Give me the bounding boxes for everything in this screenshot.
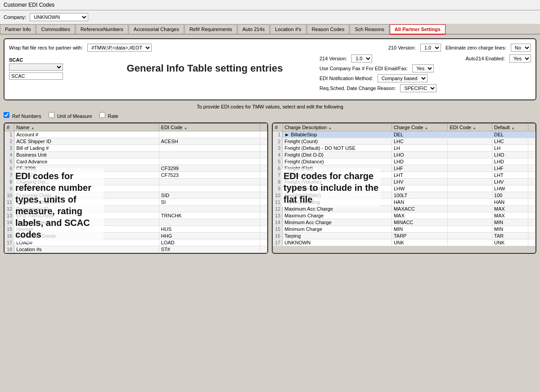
charge-code: MIN xyxy=(392,226,448,233)
settings-mid-row: SCAC General Info Table setting entries … xyxy=(9,54,531,95)
tab-accessorial-charges[interactable]: Accessorial Charges xyxy=(129,24,184,34)
row-num: 9 xyxy=(273,185,283,192)
edi-notification-select[interactable]: Company based xyxy=(378,74,428,82)
charge-description: Freight (Count) xyxy=(283,138,392,145)
charge-description: Minimum Acc Charge xyxy=(283,219,392,226)
table-row[interactable]: 1 ► BillableStop DEL DEL xyxy=(273,131,536,138)
default-cell: MIN xyxy=(492,226,528,233)
table-row[interactable]: 2 ACE Shipper ID ACESH xyxy=(5,138,267,145)
col-default: Default ▲ xyxy=(492,124,528,131)
tab-reference-numbers[interactable]: ReferenceNumbers xyxy=(76,24,128,34)
general-info-title: General Info Table setting entries xyxy=(99,58,310,74)
table-row[interactable]: 14 Minimum Acc Charge MINACC MIN xyxy=(273,219,536,226)
row-num: 17 xyxy=(273,239,283,246)
tab-partner-info[interactable]: Partner Info xyxy=(0,24,36,34)
version214-select[interactable]: 1.0 xyxy=(351,54,372,63)
checkbox-label-unit-of-measure[interactable]: Unit of Measure xyxy=(49,112,92,119)
title-bar: Customer EDI Codes xyxy=(0,0,540,10)
edi-code-cell xyxy=(448,138,492,145)
table-row[interactable]: 3 Freight (Default) - DO NOT USE LH LH xyxy=(273,145,536,152)
use-fax-label: Use Company Fax # For EDI Email/Fax: xyxy=(320,66,408,71)
table-row[interactable]: 16 Tarping TARP TAR xyxy=(273,233,536,239)
table-row[interactable]: 4 Business Unit xyxy=(5,152,267,158)
default-cell: MAX xyxy=(492,206,528,212)
edi-code-cell xyxy=(448,212,492,219)
col-name: Name ▲ xyxy=(14,124,159,131)
req-sched-select[interactable]: SPECIFIC xyxy=(400,84,436,92)
row-num: 18 xyxy=(5,246,14,253)
company-label: Company: xyxy=(4,14,26,20)
edi-notification-label: EDI Notification Method: xyxy=(320,76,373,81)
checkbox-label-ref-numbers[interactable]: Ref Numbers xyxy=(4,112,41,119)
edi-code-cell xyxy=(448,199,492,206)
tab-all-partner-settings[interactable]: All Partner Settings xyxy=(390,24,446,35)
edi-code-cell xyxy=(448,192,492,199)
edi-code-cell xyxy=(448,179,492,185)
row-num: 2 xyxy=(273,138,283,145)
row-name: Location #s xyxy=(14,246,159,253)
charge-description: ► BillableStop xyxy=(283,131,392,138)
default-cell: LHC xyxy=(492,138,528,145)
auto214-select[interactable]: Yes xyxy=(509,54,531,63)
use-fax-select[interactable]: Yes xyxy=(412,64,434,72)
settings-panel: Wrap flat file recs for partner with: #T… xyxy=(4,38,536,100)
tab-location-numbers[interactable]: Location #'s xyxy=(270,24,306,34)
table-row[interactable]: 1 Account # xyxy=(5,131,267,138)
row-num: 5 xyxy=(273,158,283,165)
tab-sch-reasons[interactable]: Sch Reasons xyxy=(350,24,389,34)
row-edi-code xyxy=(159,219,260,226)
default-cell: MAX xyxy=(492,212,528,219)
scac-input[interactable] xyxy=(9,72,63,80)
row-edi-code xyxy=(159,158,260,165)
charge-description: Tarping xyxy=(283,233,392,239)
edi-code-cell xyxy=(448,233,492,239)
tab-auto-214s[interactable]: Auto 214s xyxy=(238,24,270,34)
tab-reason-codes[interactable]: Reason Codes xyxy=(307,24,350,34)
charge-code: LHD xyxy=(392,158,448,165)
table-row[interactable]: 15 Minimum Charge MIN MIN xyxy=(273,226,536,233)
edi-code-cell xyxy=(448,206,492,212)
title-text: Customer EDI Codes xyxy=(4,2,54,8)
version214-label: 214 Version: xyxy=(320,56,347,61)
col-charge-code: Charge Code ▲ xyxy=(392,124,448,131)
row-num: 13 xyxy=(5,212,14,219)
charge-code: TARP xyxy=(392,233,448,239)
default-cell: LHV xyxy=(492,179,528,185)
table-row[interactable]: 2 Freight (Count) LHC LHC xyxy=(273,138,536,145)
tab-ref-requirements[interactable]: Ref# Requirements xyxy=(184,24,237,34)
charge-code: LH xyxy=(392,145,448,152)
scac-dropdown[interactable] xyxy=(9,63,63,71)
row-num: 15 xyxy=(5,226,14,233)
table-row[interactable]: 13 Maximum Charge MAX MAX xyxy=(273,212,536,219)
table-row[interactable]: 5 Card Advance xyxy=(5,158,267,165)
charge-code: MINACC xyxy=(392,219,448,226)
checkbox-rate[interactable] xyxy=(99,112,105,118)
row-edi-code xyxy=(159,206,260,212)
row-edi-code: LOAD xyxy=(159,239,260,246)
charge-code: DEL xyxy=(392,131,448,138)
company-row: Company: UNKNOWN xyxy=(0,10,540,24)
col-charge-desc: Charge Description ▲ xyxy=(283,124,392,131)
checkbox-unit-of-measure[interactable] xyxy=(49,112,54,118)
row-num: 16 xyxy=(5,233,14,239)
eliminate-zero-select[interactable]: No xyxy=(511,44,531,52)
table-row[interactable]: 3 Bill of Lading # xyxy=(5,145,267,152)
charge-code: UNK xyxy=(392,239,448,246)
charge-code: 100LT xyxy=(392,192,448,199)
table-row[interactable]: 17 UNKNOWN UNK UNK xyxy=(273,239,536,246)
charge-description: Freight (Default) - DO NOT USE xyxy=(283,145,392,152)
row-edi-code: TRNCHK xyxy=(159,212,260,219)
row-num: 2 xyxy=(5,138,14,145)
table-row[interactable]: 4 Freight (Dist O-D) LHO LHO xyxy=(273,152,536,158)
table-row[interactable]: 18 Location #s ST# xyxy=(5,246,267,253)
row-edi-code xyxy=(159,152,260,158)
company-select[interactable]: UNKNOWN xyxy=(30,13,88,21)
wrap-select[interactable]: #TMW,\P,<data>,#EOT xyxy=(87,44,152,52)
checkbox-ref-numbers[interactable] xyxy=(4,112,9,118)
row-num: 12 xyxy=(273,206,283,212)
right-settings: 214 Version: 1.0 Auto214 Enabled: Yes Us… xyxy=(320,54,531,95)
version210-select[interactable]: 1.0 xyxy=(420,44,441,52)
tab-commodities[interactable]: Commodities xyxy=(36,24,75,34)
table-row[interactable]: 5 Freight (Distance) LHD LHD xyxy=(273,158,536,165)
checkbox-label-rate[interactable]: Rate xyxy=(99,112,118,119)
